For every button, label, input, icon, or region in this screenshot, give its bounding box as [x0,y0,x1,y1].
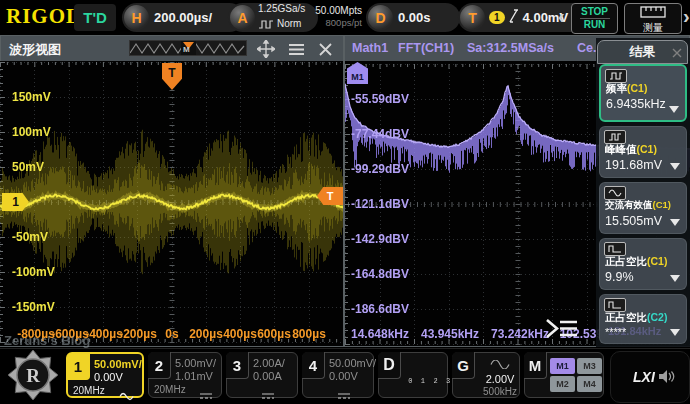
square-wave-icon [258,15,274,33]
horizontal-position-preview[interactable]: M [129,40,247,56]
dc-coupling-icon [199,386,213,404]
run-label: RUN [584,19,606,31]
measurement-icon [604,186,626,200]
measurement-label: 交流有效值 [605,199,653,210]
y-axis-tick: -150mV [12,300,55,314]
stop-label: STOP [581,6,608,18]
acquisition-settings[interactable]: A 1.25GSa/s Norm [228,3,318,32]
channel-scale: 2.00A/ [253,357,285,369]
x-axis-tick: 200µs [189,327,223,341]
math1-button[interactable]: M1 [550,358,575,374]
channel4-number: 4 [302,352,325,379]
lxi-block[interactable]: LXI [610,351,690,403]
trigger-knob[interactable]: T [460,5,485,30]
close-icon[interactable] [319,42,332,60]
delay-knob[interactable]: D [368,5,393,30]
measurement-icon [605,69,627,83]
fft-function-label: FFT(CH1) [398,41,454,55]
y-axis-tick: 50mV [12,160,44,174]
fft-x-tick: 43.945kHz [421,327,479,341]
fft-y-tick: -77.44dBV [351,127,409,141]
measurement-value: 9.9% [605,270,634,284]
results-close-icon[interactable] [672,48,682,58]
results-header[interactable]: 结果 [597,40,688,64]
y-axis-tick: 100mV [12,125,51,139]
chevron-down-icon[interactable] [670,163,680,170]
acquisition-knob[interactable]: A [230,5,255,30]
bottom-bar: blog.zeruns.tech R 1 50.00mV/ 0.00V 20MH… [0,348,690,404]
horizontal-settings[interactable]: H 200.00µs/ [122,3,244,32]
channel1-block[interactable]: 1 50.00mV/ 0.00V 20MHz [66,352,144,398]
chevron-down-icon[interactable] [669,106,679,113]
channel2-block[interactable]: 2 5.00mV/ 1.01mV 20MHz [148,352,222,398]
waveform-title-bar[interactable]: 波形视图 M [1,36,343,62]
generator-amplitude: 2.00V [480,373,520,386]
y-axis-tick: -50mV [12,230,48,244]
fft-y-tick: -121.1dBV [351,197,409,211]
measurement-card[interactable]: 峰峰值(C1) 191.68mV [599,126,687,178]
pan-move-icon[interactable] [257,40,275,62]
math4-button[interactable]: M4 [577,376,602,392]
channel-offset: 0.00V [329,370,358,382]
channel-offset: 0.00A [253,370,282,382]
measure-button[interactable]: 测量 [624,3,682,34]
measurement-card[interactable]: 交流有效值(C1) 15.505mV [599,182,687,234]
channel-bandwidth: 20MHz [154,384,186,395]
timebase-readout: 200.00µs/ [154,10,212,25]
measurement-channel: (C1) [647,255,667,267]
digital-row: 0 1 2 3 [404,376,450,387]
chevron-down-icon[interactable] [670,329,680,336]
chevron-down-icon[interactable] [670,275,680,282]
rigol-gear-logo[interactable]: R [7,350,59,404]
speaker-icon[interactable] [658,369,676,388]
memory-depth-block: 50.00Mpts 800ps/pt [306,5,362,28]
math-block[interactable]: M M1 M3 M2 M4 [524,352,604,398]
nav-right-chevron[interactable]: › [683,7,690,25]
channel4-block[interactable]: 4 50.00mV/ 0.00V [302,352,374,398]
measurement-card[interactable]: 正占空比(C2) 131.84kHz ***** [599,294,687,344]
delay-settings[interactable]: D 0.00s [366,3,460,32]
fft-x-tick: 73.242kHz [491,327,549,341]
measurement-icon [604,298,626,312]
y-axis-tick: 150mV [12,90,51,104]
sample-rate-readout: 1.25GSa/s [258,3,305,15]
fft-y-tick: -164.8dBV [351,267,409,281]
menu-icon[interactable] [288,42,305,60]
measurement-channel: (C2) [647,311,667,323]
digital-channels-block[interactable]: D 0 1 2 3 4 5 6 7 8 9 10 11 12 13 14 15 [378,352,448,398]
math3-button[interactable]: M3 [577,358,602,374]
channel1-number: 1 [67,353,90,380]
channel-offset: 1.01mV [175,370,213,382]
measurement-value: ***** [605,326,626,338]
stop-run-button[interactable]: STOP RUN [571,3,618,34]
measure-label: 测量 [643,22,663,33]
channel-scale: 50.00mV/ [94,358,142,370]
measurement-label: 正占空比 [605,311,647,323]
svg-text:R: R [26,365,40,386]
fft-x-tick: 14.648kHz [351,327,409,341]
x-axis-tick: 0s [165,327,178,341]
x-axis-tick: -400µs [85,327,123,341]
nav-left-chevron[interactable]: ‹ [558,7,565,25]
memory-depth-readout: 50.00Mpts [306,5,362,17]
results-sidebar: 结果 频率(C1) 6.9435kHz 峰峰值(C1) 191.68mV [596,38,690,347]
ruler-icon [640,4,666,22]
resolution-readout: 800ps/pt [306,17,362,28]
x-axis-tick: -200µs [119,327,157,341]
measurement-card[interactable]: 频率(C1) 6.9435kHz [599,64,687,122]
fft-y-tick: -55.59dBV [351,92,409,106]
collapse-results-icon[interactable] [545,317,579,344]
trigger-status-badge[interactable]: T'D [74,4,116,31]
y-axis-tick: -100mV [12,265,55,279]
math2-button[interactable]: M2 [550,376,575,392]
horizontal-knob[interactable]: H [124,5,149,30]
measurement-icon [604,242,626,256]
generator-block[interactable]: G 2.00V 500kHz [452,352,520,398]
top-bar: RIGOL T'D H 200.00µs/ A 1.25GSa/s Norm 5… [0,0,690,35]
channel3-block[interactable]: 3 2.00A/ 0.00A [226,352,298,398]
measurement-card[interactable]: 正占空比(C1) 9.9% [599,238,687,290]
channel-offset: 0.00V [94,371,123,383]
x-axis-tick: 400µs [223,327,257,341]
chevron-down-icon[interactable] [670,219,680,226]
fft-y-tick: -142.9dBV [351,232,409,246]
